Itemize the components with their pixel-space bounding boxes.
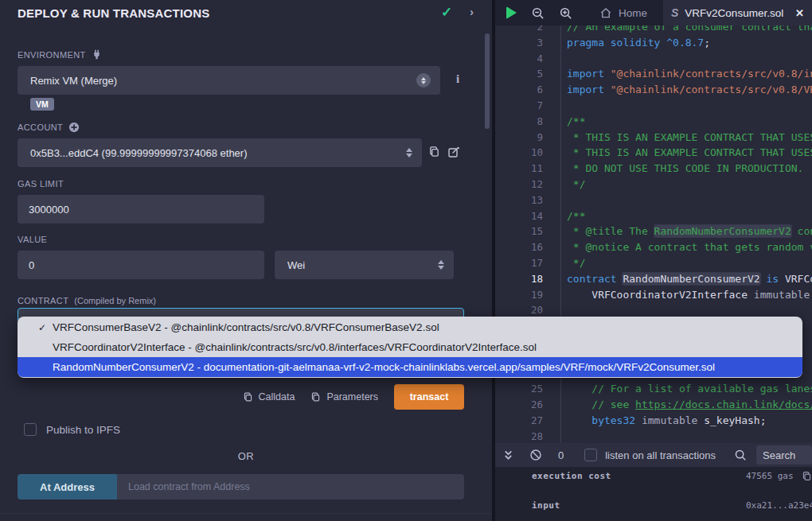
check-icon: ✓ xyxy=(441,4,452,21)
code-line[interactable]: import "@chainlink/contracts/src/v0.8/in… xyxy=(567,66,812,82)
code-viewport[interactable]: 2345678910111213141516171819202122232425… xyxy=(495,25,812,443)
terminal-row-label: input xyxy=(532,500,560,511)
account-label: ACCOUNT xyxy=(18,122,80,133)
line-number: 28 xyxy=(495,429,543,443)
edit-icon[interactable] xyxy=(447,146,460,158)
home-icon xyxy=(599,7,612,19)
line-number: 12 xyxy=(495,177,543,192)
zoom-in-icon[interactable] xyxy=(559,6,572,20)
line-number: 19 xyxy=(495,287,543,303)
gas-limit-label: GAS LIMIT xyxy=(18,179,64,189)
contract-option-label: RandomNumberConsumerV2 - documentation-g… xyxy=(53,361,715,373)
value-unit: Wei xyxy=(287,259,305,271)
line-number: 3 xyxy=(495,35,543,51)
code-line[interactable] xyxy=(567,51,812,67)
terminal-search-input[interactable] xyxy=(756,445,812,465)
collapse-terminal-icon[interactable] xyxy=(503,449,513,461)
contract-option[interactable]: RandomNumberConsumerV2 - documentation-g… xyxy=(18,357,802,377)
line-number: 17 xyxy=(495,255,543,271)
parameters-button[interactable]: Parameters xyxy=(310,391,378,402)
vm-badge: VM xyxy=(30,98,54,111)
value-unit-select[interactable]: Wei xyxy=(275,251,454,279)
transact-button[interactable]: transact xyxy=(394,384,464,410)
code-line[interactable]: bytes32 immutable s_keyHash; xyxy=(567,413,812,429)
tab-vrfv2consumer[interactable]: S VRFv2Consumer.sol ✕ xyxy=(663,0,812,25)
line-number: 11 xyxy=(495,161,543,177)
editor-tabbar: Home S VRFv2Consumer.sol ✕ xyxy=(495,0,812,25)
at-address-input[interactable] xyxy=(117,474,464,500)
check-icon: ✓ xyxy=(38,322,46,333)
line-number: 18 xyxy=(495,271,543,287)
line-number: 7 xyxy=(495,98,543,114)
environment-select[interactable]: Remix VM (Merge) xyxy=(18,66,440,95)
terminal-row-value: 0xa21...a23e4 xyxy=(746,500,812,511)
copy-icon xyxy=(310,391,321,402)
account-select[interactable]: 0x5B3...eddC4 (99.99999999997374068 ethe… xyxy=(18,138,422,167)
run-script-icon[interactable] xyxy=(506,6,517,19)
plug-icon xyxy=(92,49,102,60)
code-line[interactable] xyxy=(567,192,812,208)
deploy-actions: Calldata Parameters transact xyxy=(0,384,464,410)
editor-code[interactable]: // An example of a consumer contract tha… xyxy=(561,25,812,443)
code-line[interactable]: * THIS IS AN EXAMPLE CONTRACT THAT USES … xyxy=(567,145,812,161)
contract-label: CONTRACT (Compiled by Remix) xyxy=(18,296,156,305)
or-label: OR xyxy=(0,450,492,462)
code-line[interactable]: * THIS IS AN EXAMPLE CONTRACT THAT USES … xyxy=(567,130,812,146)
listen-all-transactions-checkbox[interactable] xyxy=(584,449,597,461)
line-number: 13 xyxy=(495,192,543,208)
chevron-right-icon[interactable]: › xyxy=(470,5,474,18)
code-line[interactable]: import "@chainlink/contracts/src/v0.8/VR… xyxy=(567,82,812,98)
gas-limit-input[interactable] xyxy=(18,195,264,224)
code-line[interactable]: /** xyxy=(567,208,812,224)
publish-ipfs-label: Publish to IPFS xyxy=(46,424,120,436)
code-line[interactable]: // For a list of available gas lanes on … xyxy=(567,381,812,397)
search-icon xyxy=(734,449,747,461)
code-line[interactable]: pragma solidity ^0.8.7; xyxy=(567,35,812,51)
value-input[interactable] xyxy=(18,251,264,279)
code-line[interactable] xyxy=(567,429,812,443)
line-number: 15 xyxy=(495,224,543,239)
code-line[interactable]: // An example of a consumer contract tha… xyxy=(567,25,812,35)
contract-option[interactable]: VRFCoordinatorV2Interface - @chainlink/c… xyxy=(18,337,802,357)
info-icon[interactable]: i xyxy=(456,72,459,86)
copy-icon[interactable] xyxy=(428,146,440,157)
solidity-file-icon: S xyxy=(671,6,678,19)
panel-scrollbar[interactable] xyxy=(485,33,490,129)
code-line[interactable]: contract RandomNumberConsumerV2 is VRFCo… xyxy=(567,271,812,287)
zoom-out-icon[interactable] xyxy=(531,6,545,20)
select-stepper-icon xyxy=(406,148,412,157)
code-line[interactable]: * @notice A contract that gets random va… xyxy=(567,239,812,255)
code-line[interactable]: * @title The RandomNumberConsumerV2 cont… xyxy=(567,224,812,239)
code-line[interactable]: * DO NOT USE THIS CODE IN PRODUCTION. xyxy=(567,161,812,177)
line-number: 25 xyxy=(495,381,543,397)
contract-option-label: VRFConsumerBaseV2 - @chainlink/contracts… xyxy=(53,321,439,333)
copy-icon xyxy=(243,391,253,402)
clear-console-icon[interactable] xyxy=(529,449,542,461)
publish-ipfs-checkbox[interactable] xyxy=(24,423,37,436)
copy-icon[interactable] xyxy=(802,471,812,481)
code-line[interactable]: // see https://docs.chain.link/docs/vrf-… xyxy=(567,397,812,413)
line-number: 26 xyxy=(495,397,543,413)
tab-home[interactable]: Home xyxy=(588,0,658,25)
editor-gutter: 2345678910111213141516171819202122232425… xyxy=(495,25,561,443)
code-line[interactable]: */ xyxy=(567,255,812,271)
code-line[interactable]: /** xyxy=(567,114,812,130)
transaction-count: 0 xyxy=(558,449,564,461)
environment-label: ENVIRONMENT xyxy=(18,49,102,60)
code-line[interactable]: */ xyxy=(567,177,812,192)
publish-ipfs-row: Publish to IPFS xyxy=(24,423,120,436)
calldata-button[interactable]: Calldata xyxy=(243,391,295,402)
close-icon[interactable]: ✕ xyxy=(795,7,804,19)
deploy-run-panel: DEPLOY & RUN TRANSACTIONS ✓ › ENVIRONMEN… xyxy=(0,0,492,521)
terminal-row: execution cost47565 gas xyxy=(495,471,812,482)
line-number: 27 xyxy=(495,413,543,429)
line-number: 14 xyxy=(495,208,543,224)
contract-option-label: VRFCoordinatorV2Interface - @chainlink/c… xyxy=(53,341,537,353)
code-line[interactable]: VRFCoordinatorV2Interface immutable COOR… xyxy=(567,287,812,303)
at-address-button[interactable]: At Address xyxy=(18,474,117,500)
contract-option[interactable]: ✓VRFConsumerBaseV2 - @chainlink/contract… xyxy=(18,317,802,337)
line-number: 10 xyxy=(495,145,543,161)
plus-icon[interactable] xyxy=(68,122,80,133)
code-line[interactable] xyxy=(567,98,812,114)
value-label: VALUE xyxy=(18,235,47,244)
